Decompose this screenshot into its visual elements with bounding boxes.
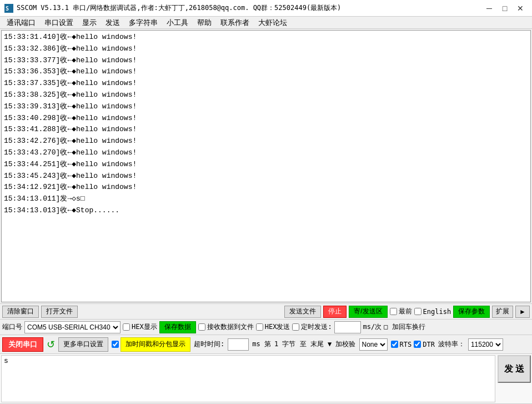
english-checkbox[interactable]: [414, 308, 421, 315]
dtr-checkbox[interactable]: [414, 341, 421, 348]
byte-label: 1 字节 至 末尾 ▼ 加校验: [274, 340, 356, 349]
send-button[interactable]: 发 送: [498, 355, 531, 383]
timed-unit-label: ms/次: [363, 322, 382, 332]
expand-arrow-button[interactable]: ►: [515, 306, 530, 318]
recv-to-file-label[interactable]: 接收数据到文件: [198, 322, 254, 332]
menu-display[interactable]: 显示: [78, 17, 101, 29]
stop-button[interactable]: 停止: [323, 306, 347, 318]
log-line: 15:33:44.251]收←◆hello windows!: [4, 159, 528, 171]
rts-checkbox[interactable]: [391, 341, 398, 348]
send-area: s 发 送: [0, 353, 532, 403]
log-line: 15:33:43.270]收←◆hello windows!: [4, 147, 528, 159]
log-line: 15:33:42.276]收←◆hello windows!: [4, 136, 528, 147]
port-select[interactable]: COM5 USB-SERIAL CH340: [24, 321, 121, 333]
timeout-unit-label: ms 第: [252, 340, 271, 349]
menu-comm-port[interactable]: 通讯端口: [2, 17, 40, 29]
timed-interval-input[interactable]: 1000: [334, 321, 361, 333]
send-file-button[interactable]: 发送文件: [284, 306, 321, 318]
log-line: 15:33:37.335]收←◆hello windows!: [4, 78, 528, 89]
log-line: 15:33:31.410]收←◆hello windows!: [4, 32, 528, 43]
save-data-button[interactable]: 保存数据: [159, 321, 196, 333]
log-line: 15:33:36.353]收←◆hello windows!: [4, 66, 528, 78]
menu-port-settings[interactable]: 串口设置: [40, 17, 78, 29]
clear-window-button[interactable]: 清除窗口: [2, 306, 39, 318]
port-label: 端口号: [2, 322, 22, 332]
last-checkbox-label[interactable]: 最前: [390, 307, 412, 316]
log-line: 15:33:33.377]收←◆hello windows!: [4, 55, 528, 67]
toolbar3: 关闭串口 ↺ 更多串口设置 加时间戳和分包显示 超时时间: 20 ms 第 1 …: [0, 335, 532, 353]
svg-text:S: S: [6, 6, 9, 12]
close-port-button[interactable]: 关闭串口: [2, 337, 43, 352]
dtr-label[interactable]: DTR: [414, 341, 435, 348]
send-input[interactable]: s: [1, 355, 495, 402]
toolbar2: 端口号 COM5 USB-SERIAL CH340 HEX显示 保存数据 接收数…: [0, 319, 532, 335]
hex-send-label[interactable]: HEX发送: [256, 322, 290, 332]
menu-bar: 通讯端口 串口设置 显示 发送 多字符串 小工具 帮助 联系作者 大虾论坛: [0, 17, 532, 29]
english-checkbox-label[interactable]: English: [414, 308, 451, 316]
app-icon: S: [4, 4, 13, 13]
last-checkbox[interactable]: [390, 308, 397, 315]
title-bar: S SSCOM V5.13.1 串口/网络数据调试器,作者:大虾丁丁,26180…: [0, 0, 532, 17]
timeout-value-input[interactable]: 20: [228, 338, 249, 351]
timed-send-checkbox[interactable]: [292, 323, 299, 331]
log-line: 15:33:32.386]收←◆hello windows!: [4, 43, 528, 55]
timestamp-label[interactable]: 加时间戳和分包显示: [112, 337, 190, 352]
menu-forum[interactable]: 大虾论坛: [254, 17, 292, 29]
log-line: 15:34:12.921]收←◆hello windows!: [4, 182, 528, 193]
log-line: 15:34:13.013]收←◆Stop......: [4, 205, 528, 217]
timeout-label: 超时时间:: [194, 340, 224, 349]
open-file-button[interactable]: 打开文件: [41, 306, 78, 318]
toolbar1: 清除窗口 打开文件 发送文件 停止 寄/发送区 最前 English 保存参数 …: [0, 303, 532, 319]
maximize-button[interactable]: □: [498, 3, 512, 14]
menu-send[interactable]: 发送: [101, 17, 124, 29]
menu-multi-string[interactable]: 多字符串: [124, 17, 162, 29]
minimize-button[interactable]: ─: [482, 3, 496, 14]
log-line: 15:34:13.011]发→◇s□: [4, 193, 528, 205]
hex-send-checkbox[interactable]: [256, 323, 263, 331]
log-line: 15:33:45.243]收←◆hello windows!: [4, 171, 528, 182]
refresh-ports-button[interactable]: ↺: [47, 338, 55, 351]
recv-to-file-checkbox[interactable]: [198, 323, 205, 331]
log-line: 15:33:41.288]收←◆hello windows!: [4, 124, 528, 136]
expand-button[interactable]: 扩展: [492, 306, 513, 318]
menu-contact[interactable]: 联系作者: [216, 17, 254, 29]
baud-select[interactable]: 115200: [468, 338, 503, 351]
more-settings-button[interactable]: 更多串口设置: [58, 337, 108, 352]
close-button[interactable]: ✕: [513, 3, 528, 14]
save-params-button[interactable]: 保存参数: [453, 306, 490, 318]
window-controls: ─ □ ✕: [482, 3, 528, 14]
output-area: 15:33:31.410]收←◆hello windows!15:33:32.3…: [1, 30, 531, 302]
title-text: SSCOM V5.13.1 串口/网络数据调试器,作者:大虾丁丁,2618058…: [17, 3, 482, 13]
timed-send-label[interactable]: 定时发送:: [292, 322, 332, 332]
timestamp-checkbox[interactable]: [112, 341, 119, 348]
baud-label: 波特率：: [438, 340, 465, 349]
checksum-select[interactable]: None: [359, 338, 388, 351]
rts-dtr-group: RTS DTR: [391, 341, 435, 348]
log-line: 15:33:38.325]收←◆hello windows!: [4, 89, 528, 101]
hex-display-checkbox[interactable]: [123, 323, 130, 331]
rts-label[interactable]: RTS: [391, 341, 412, 348]
log-line: 15:33:40.298]收←◆hello windows!: [4, 113, 528, 124]
hex-display-label[interactable]: HEX显示: [123, 322, 157, 332]
timestamp-button[interactable]: 加时间戳和分包显示: [121, 337, 190, 352]
menu-tools[interactable]: 小工具: [162, 17, 193, 29]
auto-newline-label: □ 加回车换行: [384, 322, 425, 332]
log-line: 15:33:39.313]收←◆hello windows!: [4, 101, 528, 113]
menu-help[interactable]: 帮助: [193, 17, 216, 29]
send-region-button[interactable]: 寄/发送区: [349, 306, 387, 318]
